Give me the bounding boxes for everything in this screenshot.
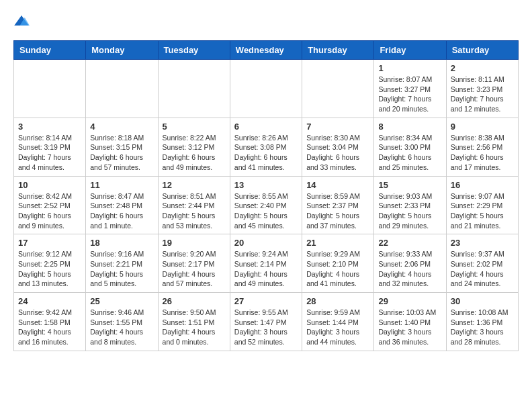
calendar-day-30: 30Sunrise: 10:08 AM Sunset: 1:36 PM Dayl… [446,293,518,351]
day-number: 22 [378,238,441,248]
day-info: Sunrise: 8:30 AM Sunset: 3:04 PM Dayligh… [306,133,369,173]
calendar-day-12: 12Sunrise: 8:51 AM Sunset: 2:44 PM Dayli… [158,176,230,234]
day-number: 26 [163,296,226,306]
calendar-header-row: SundayMondayTuesdayWednesdayThursdayFrid… [14,41,519,60]
day-info: Sunrise: 9:59 AM Sunset: 1:44 PM Dayligh… [306,308,369,347]
day-number: 12 [163,180,226,190]
day-number: 27 [234,296,298,306]
day-number: 10 [18,180,81,190]
day-info: Sunrise: 8:14 AM Sunset: 3:19 PM Dayligh… [18,133,81,173]
weekday-header-friday: Friday [374,41,446,60]
day-number: 30 [451,296,514,306]
day-info: Sunrise: 9:37 AM Sunset: 2:02 PM Dayligh… [451,249,514,289]
calendar-day-22: 22Sunrise: 9:33 AM Sunset: 2:06 PM Dayli… [374,234,446,293]
calendar-day-23: 23Sunrise: 9:37 AM Sunset: 2:02 PM Dayli… [446,234,518,293]
day-info: Sunrise: 8:11 AM Sunset: 3:23 PM Dayligh… [451,75,514,114]
weekday-header-saturday: Saturday [446,41,518,60]
day-number: 25 [90,296,153,306]
day-info: Sunrise: 9:07 AM Sunset: 2:29 PM Dayligh… [451,191,514,231]
calendar-week-row: 1Sunrise: 8:07 AM Sunset: 3:27 PM Daylig… [14,60,519,118]
day-number: 16 [451,180,514,190]
day-number: 21 [306,238,369,248]
day-info: Sunrise: 8:34 AM Sunset: 3:00 PM Dayligh… [378,133,441,173]
day-info: Sunrise: 9:16 AM Sunset: 2:21 PM Dayligh… [90,249,153,289]
calendar-day-2: 2Sunrise: 8:11 AM Sunset: 3:23 PM Daylig… [446,60,518,118]
calendar-day-25: 25Sunrise: 9:46 AM Sunset: 1:55 PM Dayli… [86,293,158,351]
calendar-day-24: 24Sunrise: 9:42 AM Sunset: 1:58 PM Dayli… [14,293,86,351]
calendar: SundayMondayTuesdayWednesdayThursdayFrid… [13,40,519,351]
weekday-header-wednesday: Wednesday [230,41,302,60]
day-number: 2 [451,63,514,73]
day-number: 18 [90,238,153,248]
calendar-day-16: 16Sunrise: 9:07 AM Sunset: 2:29 PM Dayli… [446,176,518,234]
calendar-day-28: 28Sunrise: 9:59 AM Sunset: 1:44 PM Dayli… [302,293,374,351]
day-number: 4 [90,122,153,132]
calendar-day-29: 29Sunrise: 10:03 AM Sunset: 1:40 PM Dayl… [374,293,446,351]
day-number: 20 [234,238,298,248]
day-number: 5 [163,122,226,132]
calendar-day-27: 27Sunrise: 9:55 AM Sunset: 1:47 PM Dayli… [230,293,302,351]
weekday-header-sunday: Sunday [14,41,86,60]
day-info: Sunrise: 9:50 AM Sunset: 1:51 PM Dayligh… [163,308,226,347]
day-number: 7 [306,122,369,132]
calendar-day-10: 10Sunrise: 8:42 AM Sunset: 2:52 PM Dayli… [14,176,86,234]
calendar-day-1: 1Sunrise: 8:07 AM Sunset: 3:27 PM Daylig… [374,60,446,118]
day-number: 14 [306,180,369,190]
day-number: 9 [451,122,514,132]
calendar-day-21: 21Sunrise: 9:29 AM Sunset: 2:10 PM Dayli… [302,234,374,293]
logo [13,13,32,30]
calendar-week-row: 24Sunrise: 9:42 AM Sunset: 1:58 PM Dayli… [14,293,519,351]
day-info: Sunrise: 9:12 AM Sunset: 2:25 PM Dayligh… [18,249,81,289]
calendar-day-26: 26Sunrise: 9:50 AM Sunset: 1:51 PM Dayli… [158,293,230,351]
calendar-day-18: 18Sunrise: 9:16 AM Sunset: 2:21 PM Dayli… [86,234,158,293]
day-info: Sunrise: 9:46 AM Sunset: 1:55 PM Dayligh… [90,308,153,347]
calendar-empty-cell [86,60,158,118]
day-info: Sunrise: 8:18 AM Sunset: 3:15 PM Dayligh… [90,133,153,173]
day-info: Sunrise: 9:33 AM Sunset: 2:06 PM Dayligh… [378,249,441,289]
calendar-empty-cell [158,60,230,118]
day-number: 29 [378,296,441,306]
calendar-day-14: 14Sunrise: 8:59 AM Sunset: 2:37 PM Dayli… [302,176,374,234]
day-number: 1 [378,63,441,73]
day-info: Sunrise: 8:26 AM Sunset: 3:08 PM Dayligh… [234,133,298,173]
calendar-day-15: 15Sunrise: 9:03 AM Sunset: 2:33 PM Dayli… [374,176,446,234]
day-number: 15 [378,180,441,190]
day-info: Sunrise: 9:55 AM Sunset: 1:47 PM Dayligh… [234,308,298,347]
calendar-empty-cell [14,60,86,118]
day-info: Sunrise: 9:20 AM Sunset: 2:17 PM Dayligh… [163,249,226,289]
day-info: Sunrise: 9:42 AM Sunset: 1:58 PM Dayligh… [18,308,81,347]
calendar-empty-cell [302,60,374,118]
day-info: Sunrise: 8:42 AM Sunset: 2:52 PM Dayligh… [18,191,81,231]
weekday-header-thursday: Thursday [302,41,374,60]
calendar-day-5: 5Sunrise: 8:22 AM Sunset: 3:12 PM Daylig… [158,118,230,176]
calendar-week-row: 3Sunrise: 8:14 AM Sunset: 3:19 PM Daylig… [14,118,519,176]
day-info: Sunrise: 8:22 AM Sunset: 3:12 PM Dayligh… [163,133,226,173]
calendar-empty-cell [230,60,302,118]
calendar-day-8: 8Sunrise: 8:34 AM Sunset: 3:00 PM Daylig… [374,118,446,176]
day-number: 8 [378,122,441,132]
weekday-header-monday: Monday [86,41,158,60]
day-info: Sunrise: 8:59 AM Sunset: 2:37 PM Dayligh… [306,191,369,231]
calendar-week-row: 10Sunrise: 8:42 AM Sunset: 2:52 PM Dayli… [14,176,519,234]
calendar-day-17: 17Sunrise: 9:12 AM Sunset: 2:25 PM Dayli… [14,234,86,293]
day-info: Sunrise: 8:07 AM Sunset: 3:27 PM Dayligh… [378,75,441,114]
day-info: Sunrise: 8:55 AM Sunset: 2:40 PM Dayligh… [234,191,298,231]
calendar-day-13: 13Sunrise: 8:55 AM Sunset: 2:40 PM Dayli… [230,176,302,234]
day-number: 24 [18,296,81,306]
logo-icon [13,13,30,30]
weekday-header-tuesday: Tuesday [158,41,230,60]
day-number: 13 [234,180,298,190]
calendar-day-11: 11Sunrise: 8:47 AM Sunset: 2:48 PM Dayli… [86,176,158,234]
calendar-week-row: 17Sunrise: 9:12 AM Sunset: 2:25 PM Dayli… [14,234,519,293]
day-number: 3 [18,122,81,132]
day-number: 17 [18,238,81,248]
page-header [13,13,519,30]
calendar-day-7: 7Sunrise: 8:30 AM Sunset: 3:04 PM Daylig… [302,118,374,176]
calendar-day-3: 3Sunrise: 8:14 AM Sunset: 3:19 PM Daylig… [14,118,86,176]
day-info: Sunrise: 9:03 AM Sunset: 2:33 PM Dayligh… [378,191,441,231]
calendar-day-20: 20Sunrise: 9:24 AM Sunset: 2:14 PM Dayli… [230,234,302,293]
calendar-day-9: 9Sunrise: 8:38 AM Sunset: 2:56 PM Daylig… [446,118,518,176]
day-number: 23 [451,238,514,248]
day-info: Sunrise: 9:24 AM Sunset: 2:14 PM Dayligh… [234,249,298,289]
calendar-day-19: 19Sunrise: 9:20 AM Sunset: 2:17 PM Dayli… [158,234,230,293]
